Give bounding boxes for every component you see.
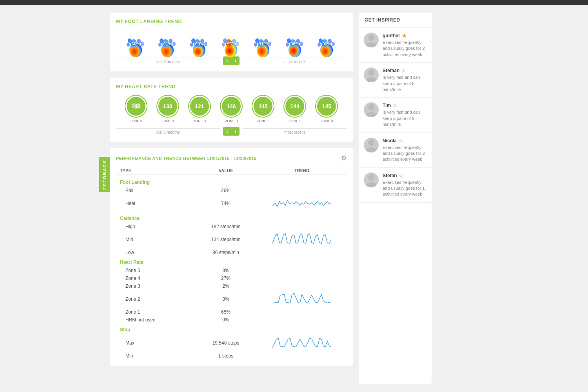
table-row: Mid 134 steps/min	[116, 230, 347, 249]
heart-item: 121 ZONE 3	[188, 95, 211, 123]
svg-point-49	[366, 147, 377, 152]
svg-point-44	[368, 69, 374, 76]
svg-point-10	[172, 42, 176, 46]
star-filled-icon[interactable]: ★	[402, 33, 407, 39]
svg-point-5	[127, 43, 130, 47]
svg-point-43	[366, 42, 377, 47]
table-row: Max 19,548 steps	[116, 334, 347, 352]
table-row: Ball 26%	[116, 187, 347, 194]
svg-point-20	[223, 38, 227, 43]
svg-point-16	[204, 42, 207, 46]
star-empty-icon[interactable]: ☆	[392, 102, 397, 109]
svg-point-46	[368, 104, 374, 111]
heart-item: 133 ZONE 3	[156, 95, 179, 123]
heart-icons-row: 140 ZONE 3 133 ZONE 3	[116, 95, 347, 123]
svg-point-35	[286, 43, 289, 47]
star-empty-icon[interactable]: ☆	[401, 67, 406, 74]
avatar	[364, 67, 379, 82]
svg-point-32	[287, 38, 291, 43]
svg-point-15	[200, 39, 204, 44]
svg-point-2	[128, 38, 132, 43]
svg-point-14	[191, 38, 195, 43]
list-item: Stefaan ☆ Is very fast and can keep a pa…	[359, 63, 432, 98]
inspired-panel: GET INSPIRED gunther ★ Exercises frequen…	[359, 13, 432, 384]
heart-item: 140 ZONE 3	[125, 95, 147, 123]
person-desc: Exercises frequently and usually goes fo…	[383, 145, 427, 163]
col-value-header: VALUE	[194, 168, 257, 173]
heart-item: 145 ZONE 3	[252, 95, 274, 123]
foot-landing-card: MY FOOT LANDING TREND	[110, 13, 353, 71]
svg-point-8	[160, 38, 163, 43]
svg-point-9	[169, 39, 172, 44]
star-empty-icon[interactable]: ☆	[398, 138, 403, 144]
table-row: Heel 74%	[116, 194, 347, 212]
foot-item: 91% Ball	[252, 30, 274, 53]
heart-item: 146 ZONE 3	[220, 95, 243, 123]
person-desc: Exercises frequently and usually goes fo…	[383, 180, 427, 198]
foot-item: 69% Ball	[189, 30, 210, 53]
heart-next-button[interactable]: ›	[231, 127, 240, 136]
heart-prev-button[interactable]: ‹	[223, 127, 231, 136]
col-trend-header: TREND	[257, 168, 347, 173]
top-bar	[0, 0, 588, 5]
svg-point-34	[300, 42, 303, 46]
col-type-header: TYPE	[116, 168, 194, 173]
svg-point-23	[222, 43, 225, 47]
heart-item: 145 ZONE 3	[315, 95, 338, 123]
avatar	[364, 138, 379, 152]
gear-icon[interactable]: ⚙	[341, 154, 347, 162]
list-item: Stefan ☆ Exercises frequently and usuall…	[359, 168, 432, 203]
foot-item: 95% Ball	[220, 30, 242, 53]
section-foot-landing: Foot Landing	[116, 176, 347, 187]
svg-point-47	[366, 112, 377, 117]
inspired-header: GET INSPIRED	[359, 13, 432, 28]
table-row: High 182 steps/min	[116, 223, 347, 230]
feedback-tab[interactable]: FEEDBACK	[99, 157, 110, 192]
perf-title: PERFORMANCE AND TRENDS BETWEEN 11/01/201…	[116, 156, 256, 161]
foot-icons-row: 60% Ball	[116, 30, 347, 53]
svg-point-22	[236, 42, 239, 46]
svg-point-50	[368, 174, 374, 181]
svg-point-45	[366, 77, 377, 82]
person-name-tim: Tim	[383, 103, 391, 108]
avatar	[364, 102, 379, 117]
svg-point-42	[368, 34, 374, 41]
person-desc: Exercises frequently and usually goes fo…	[383, 40, 427, 58]
table-row: Zone 2 3%	[116, 290, 347, 308]
svg-point-40	[332, 42, 335, 46]
table-row: HRM not used 0%	[116, 316, 347, 324]
table-row: Zone 3 2%	[116, 282, 347, 290]
heart-rate-card: MY HEART RATE TREND 140 ZONE 3	[110, 78, 353, 142]
heart-item: 144 ZONE 3	[283, 95, 306, 123]
foot-item: 60% Ball	[125, 30, 147, 53]
svg-point-29	[254, 43, 257, 47]
list-item: Nicola ☆ Exercises frequently and usuall…	[359, 133, 432, 168]
person-name-stefaan: Stefaan	[383, 68, 399, 73]
foot-item: 98% Ball	[284, 30, 306, 53]
list-item: gunther ★ Exercises frequently and usual…	[359, 28, 432, 63]
person-desc: Is very fast and can keep a pace of 9 mi…	[383, 109, 427, 127]
performance-card: PERFORMANCE AND TRENDS BETWEEN 11/01/201…	[110, 148, 353, 366]
table-row: Min 1 steps	[116, 352, 347, 360]
star-empty-icon[interactable]: ☆	[399, 172, 404, 179]
person-name-gunther: gunther	[383, 33, 400, 38]
svg-point-27	[264, 39, 268, 44]
heart-left-period: last 6 months	[116, 128, 220, 134]
svg-point-39	[328, 39, 332, 44]
foot-landing-title: MY FOOT LANDING TREND	[116, 19, 347, 24]
foot-item: 61% Ball	[157, 30, 178, 53]
avatar	[364, 33, 379, 47]
table-row: Low 86 steps/min	[116, 249, 347, 256]
heart-right-period: most recent	[243, 128, 347, 134]
perf-col-headers: TYPE VALUE TREND	[116, 167, 347, 175]
foot-left-period: last 6 months	[116, 58, 220, 64]
perf-table: TYPE VALUE TREND Foot Landing Ball 26% H…	[116, 167, 347, 360]
heart-nav-group: ‹ ›	[223, 127, 239, 136]
svg-point-21	[232, 39, 236, 44]
avatar	[364, 172, 379, 187]
svg-point-26	[255, 38, 259, 43]
svg-point-38	[319, 38, 323, 43]
svg-point-51	[366, 182, 377, 187]
section-cadence: Cadence	[116, 212, 347, 223]
list-item: Tim ☆ Is very fast and can keep a pace o…	[359, 98, 432, 132]
